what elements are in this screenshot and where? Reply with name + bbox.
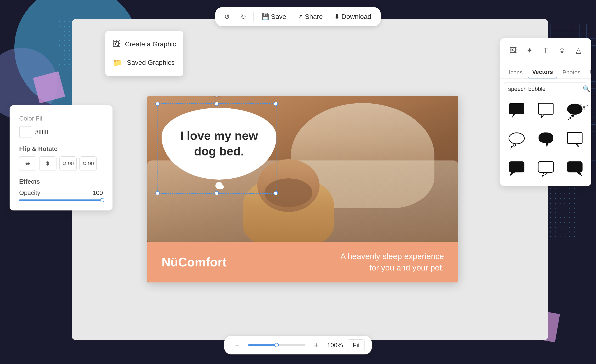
- bubble-icon-1: [507, 102, 526, 121]
- undo-button[interactable]: ↺: [220, 10, 234, 24]
- emoji-tool-icon: ☺: [559, 46, 566, 54]
- svg-point-3: [568, 119, 569, 120]
- rotate-cw-icon: ↻ 90: [82, 160, 94, 167]
- tagline-line2: for you and your pet.: [369, 263, 444, 272]
- effects-title: Effects: [19, 178, 103, 185]
- speech-bubble-shape: I love my new dog bed.: [162, 108, 276, 180]
- save-icon: 💾: [261, 13, 269, 21]
- saved-graphics-item[interactable]: 📁 Saved Graphics: [105, 53, 183, 72]
- bottom-bar: NüComfort A heavenly sleep experience fo…: [147, 242, 458, 283]
- opacity-label: Opacity: [19, 189, 40, 197]
- speech-bubble-text: I love my new dog bed.: [175, 124, 263, 164]
- svg-rect-9: [538, 161, 554, 172]
- effects-section: Effects Opacity 100: [19, 178, 103, 201]
- svg-point-7: [510, 148, 511, 149]
- create-graphic-item[interactable]: 🖼 Create a Graphic: [105, 35, 183, 53]
- zoom-out-button[interactable]: −: [231, 339, 243, 351]
- bubble-tail-circle: [219, 184, 224, 189]
- folder-icon: 📁: [112, 58, 122, 67]
- bubble-cell-2[interactable]: [533, 99, 558, 124]
- right-panel-tools: 🖼 ✦ T ☺ △: [500, 38, 591, 62]
- tab-uploads[interactable]: Uploads: [586, 67, 591, 78]
- tagline: A heavenly sleep experience for you and …: [340, 251, 444, 273]
- fit-label: Fit: [353, 342, 360, 349]
- redo-icon: ↻: [241, 13, 246, 21]
- speech-bubble-canvas[interactable]: I love my new dog bed.: [162, 108, 281, 189]
- flip-vertical-button[interactable]: ⬍: [39, 156, 57, 171]
- redo-button[interactable]: ↻: [236, 10, 251, 24]
- zoom-slider-fill: [248, 344, 277, 346]
- share-label: Share: [305, 13, 323, 21]
- bubble-icon-4: [507, 131, 526, 150]
- bubble-cell-4[interactable]: [504, 128, 529, 153]
- opacity-slider-thumb[interactable]: [100, 198, 104, 202]
- color-fill-row: #ffffff: [19, 126, 103, 138]
- photos-tool-button[interactable]: 🖼: [506, 43, 520, 57]
- flip-rotate-section: Flip & Rotate ⬌ ⬍ ↺ 90 ↻ 90: [19, 145, 103, 171]
- right-panel-tabs: Icons Vectors Photos Uploads ★: [500, 62, 591, 79]
- flip-horizontal-button[interactable]: ⬌: [19, 156, 36, 171]
- bubble-cell-1[interactable]: [504, 99, 529, 124]
- color-fill-label: Color Fill: [19, 115, 103, 122]
- toolbar-divider: [253, 12, 254, 22]
- search-input[interactable]: [508, 86, 580, 92]
- download-button[interactable]: ⬇ Download: [330, 11, 376, 23]
- wand-tool-button[interactable]: ✦: [522, 43, 537, 57]
- shape-tool-button[interactable]: △: [571, 43, 585, 57]
- flip-rotate-buttons: ⬌ ⬍ ↺ 90 ↻ 90: [19, 156, 103, 171]
- text-tool-button[interactable]: T: [539, 43, 553, 57]
- color-swatch[interactable]: [19, 126, 31, 138]
- share-button[interactable]: ↗ Share: [293, 11, 328, 23]
- zoom-in-button[interactable]: +: [310, 339, 322, 351]
- bubble-cell-3[interactable]: [562, 99, 587, 124]
- bubble-icon-8: [537, 160, 555, 179]
- left-panel: Color Fill #ffffff Flip & Rotate ⬌ ⬍ ↺ 9…: [10, 105, 112, 211]
- bubble-cell-7[interactable]: [504, 157, 529, 182]
- dropdown-menu: 🖼 Create a Graphic 📁 Saved Graphics: [105, 31, 183, 76]
- zoom-slider[interactable]: [248, 344, 305, 346]
- bubble-cell-8[interactable]: [533, 157, 558, 182]
- tab-vectors[interactable]: Vectors: [528, 66, 557, 79]
- right-panel: 🖼 ✦ T ☺ △ Icons Vectors Photos Uploads ★: [500, 38, 591, 186]
- bubble-icon-3: [566, 102, 584, 121]
- flip-h-icon: ⬌: [25, 160, 30, 167]
- bubble-cell-6[interactable]: [562, 128, 587, 153]
- tab-icons[interactable]: Icons: [505, 67, 526, 78]
- share-icon: ↗: [298, 13, 303, 21]
- graphic-image: I love my new dog bed. ↻ NüComfort: [147, 96, 458, 283]
- download-label: Download: [342, 13, 372, 21]
- rotate-ccw-icon: ↺ 90: [62, 160, 74, 167]
- svg-point-0: [567, 104, 583, 115]
- bubble-cell-9[interactable]: [562, 157, 587, 182]
- bubble-icon-9: [566, 160, 584, 179]
- zoom-level: 100%: [327, 342, 343, 349]
- rotate-cw-button[interactable]: ↻ 90: [80, 156, 97, 171]
- flip-rotate-title: Flip & Rotate: [19, 145, 103, 153]
- opacity-value: 100: [93, 189, 103, 197]
- tab-photos[interactable]: Photos: [559, 67, 584, 78]
- fit-button[interactable]: Fit: [348, 339, 365, 351]
- svg-point-6: [511, 146, 513, 148]
- tagline-line1: A heavenly sleep experience: [340, 252, 444, 261]
- bubble-icon-2: [537, 102, 555, 121]
- save-label: Save: [271, 13, 286, 21]
- svg-point-5: [513, 144, 516, 146]
- emoji-tool-button[interactable]: ☺: [555, 43, 569, 57]
- zoom-in-icon: +: [314, 341, 319, 350]
- shape-tool-icon: △: [576, 46, 581, 55]
- download-icon: ⬇: [334, 13, 340, 21]
- saved-graphics-label: Saved Graphics: [127, 59, 174, 66]
- brand-name: NüComfort: [162, 255, 227, 269]
- opacity-slider[interactable]: [19, 199, 103, 201]
- wand-tool-icon: ✦: [527, 46, 533, 55]
- save-button[interactable]: 💾 Save: [257, 11, 291, 23]
- rotate-ccw-button[interactable]: ↺ 90: [59, 156, 77, 171]
- zoom-slider-thumb[interactable]: [275, 343, 279, 347]
- zoom-bar: − + 100% Fit: [224, 336, 372, 354]
- bubble-cell-5[interactable]: [533, 128, 558, 153]
- graphic-container[interactable]: I love my new dog bed. ↻ NüComfort: [147, 96, 458, 283]
- top-toolbar: ↺ ↻ 💾 Save ↗ Share ⬇ Download: [215, 7, 381, 26]
- bubble-grid: [500, 99, 591, 186]
- image-icon: 🖼: [112, 40, 120, 49]
- svg-rect-8: [509, 161, 524, 172]
